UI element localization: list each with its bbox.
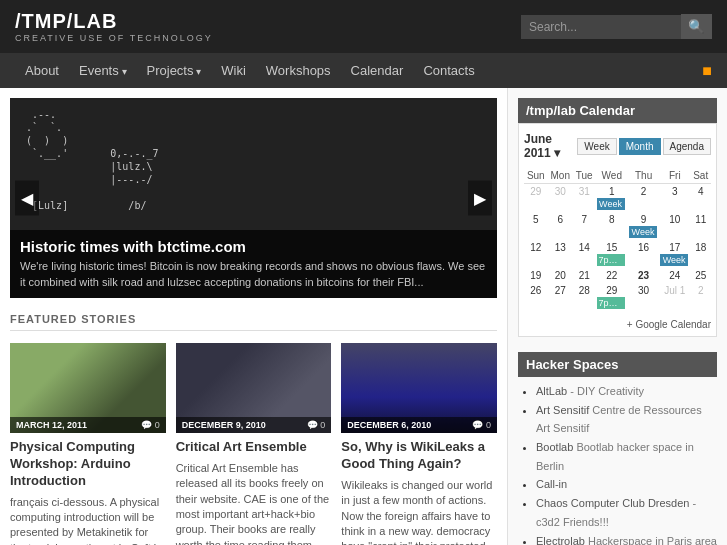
cal-cell[interactable]: 2 — [690, 283, 711, 311]
hacker-spaces-title: Hacker Spaces — [518, 352, 717, 377]
main-content: .--. .` `. ( ) ) `.__.' 0,-.-._7 |lulz.\… — [0, 88, 507, 545]
story-thumb-3[interactable]: DECEMBER 6, 2010 💬 0 — [341, 343, 497, 433]
slide-text: We're living historic times! Bitcoin is … — [20, 259, 487, 290]
cal-cell[interactable]: 5 — [524, 212, 548, 240]
story-thumb-2[interactable]: DECEMBER 9, 2010 💬 0 — [176, 343, 332, 433]
cal-cell[interactable]: 13 — [548, 240, 573, 268]
calendar-month[interactable]: June 2011 ▾ — [524, 132, 577, 160]
story-title-1[interactable]: Physical Computing Workshop: Arduino Int… — [10, 439, 166, 490]
nav-events[interactable]: Events — [69, 53, 137, 88]
hacker-item: Chaos Computer Club Dresden - c3d2 Frien… — [536, 494, 717, 531]
cal-cell[interactable]: 297pm F — [596, 283, 628, 311]
story-comments-3: 💬 0 — [472, 420, 491, 430]
story-title-2[interactable]: Critical Art Ensemble — [176, 439, 332, 456]
cal-tab-agenda[interactable]: Agenda — [663, 138, 711, 155]
sidebar: /tmp/lab Calendar June 2011 ▾ Week Month… — [507, 88, 727, 545]
cal-cell[interactable]: 31 — [573, 184, 596, 213]
cal-cell[interactable]: 30 — [628, 283, 659, 311]
cal-cell[interactable]: 3 — [659, 184, 690, 213]
cal-sun: Sun — [524, 168, 548, 184]
cal-cell[interactable]: 11 — [690, 212, 711, 240]
story-date-1: MARCH 12, 2011 — [16, 420, 87, 430]
cal-cell[interactable]: 16 — [628, 240, 659, 268]
cal-cell[interactable]: 24 — [659, 268, 690, 283]
cal-cell[interactable]: 29 — [524, 184, 548, 213]
rss-icon[interactable]: ■ — [702, 62, 712, 80]
cal-tab-week[interactable]: Week — [577, 138, 616, 155]
nav-calendar[interactable]: Calendar — [341, 53, 414, 88]
cal-cell[interactable]: 8 — [596, 212, 628, 240]
story-thumb-1[interactable]: MARCH 12, 2011 💬 0 — [10, 343, 166, 433]
cal-thu: Thu — [628, 168, 659, 184]
cal-cell[interactable]: 30 — [548, 184, 573, 213]
site-title: /TMP/LAB — [15, 10, 213, 33]
slide-title: Historic times with btctime.com — [20, 238, 487, 255]
hacker-link[interactable]: Chaos Computer Club Dresden — [536, 497, 689, 509]
cal-cell[interactable]: 17Week — [659, 240, 690, 268]
cal-cell[interactable]: 2 — [628, 184, 659, 213]
slideshow-next-button[interactable]: ▶ — [468, 181, 492, 216]
hacker-link[interactable]: Art Sensitif — [536, 404, 589, 416]
cal-cell[interactable]: 12 — [524, 240, 548, 268]
featured-label: FEATURED STORIES — [10, 313, 497, 331]
navigation: About Events Projects Wiki Workshops Cal… — [0, 53, 727, 88]
nav-about[interactable]: About — [15, 53, 69, 88]
nav-projects[interactable]: Projects — [137, 53, 212, 88]
story-title-3[interactable]: So, Why is WikiLeaks a Good Thing Again? — [341, 439, 497, 473]
story-card-1: MARCH 12, 2011 💬 0 Physical Computing Wo… — [10, 343, 166, 545]
cal-cell[interactable]: 22 — [596, 268, 628, 283]
cal-cell[interactable]: 4 — [690, 184, 711, 213]
cal-cell[interactable]: 28 — [573, 283, 596, 311]
cal-cell[interactable]: 18 — [690, 240, 711, 268]
cal-week-5: 26 27 28 297pm F 30 Jul 1 2 — [524, 283, 711, 311]
cal-tab-month[interactable]: Month — [619, 138, 661, 155]
hacker-link[interactable]: Electrolab — [536, 535, 585, 546]
calendar-body: 29 30 31 1Week 2 3 4 5 6 7 8 — [524, 184, 711, 312]
hacker-link[interactable]: Bootlab — [536, 441, 573, 453]
cal-cell[interactable]: 9Week — [628, 212, 659, 240]
story-overlay-3: DECEMBER 6, 2010 💬 0 — [341, 417, 497, 433]
cal-cell-today[interactable]: 23 — [628, 268, 659, 283]
cal-cell[interactable]: 25 — [690, 268, 711, 283]
nav-contacts[interactable]: Contacts — [413, 53, 484, 88]
cal-cell[interactable]: 27 — [548, 283, 573, 311]
site-header: /TMP/LAB CREATIVE USE OF TECHNOLOGY 🔍 — [0, 0, 727, 53]
cal-mon: Mon — [548, 168, 573, 184]
story-card-3: DECEMBER 6, 2010 💬 0 So, Why is WikiLeak… — [341, 343, 497, 545]
cal-cell[interactable]: 1Week — [596, 184, 628, 213]
hacker-item: AltLab - DIY Creativity — [536, 382, 717, 401]
cal-week-4: 19 20 21 22 23 24 25 — [524, 268, 711, 283]
cal-tue: Tue — [573, 168, 596, 184]
cal-cell[interactable]: 7 — [573, 212, 596, 240]
hacker-item: Electrolab Hackerspace in Paris area (Na… — [536, 532, 717, 546]
cal-cell[interactable]: 21 — [573, 268, 596, 283]
cal-cell[interactable]: 26 — [524, 283, 548, 311]
google-calendar-link[interactable]: + Google Calendar — [627, 319, 711, 330]
story-excerpt-1: français ci-dessous. A physical computin… — [10, 495, 166, 545]
search-button[interactable]: 🔍 — [681, 14, 712, 39]
calendar-title: /tmp/lab Calendar — [518, 98, 717, 123]
story-excerpt-3: Wikileaks is changed our world in just a… — [341, 478, 497, 545]
slideshow-prev-button[interactable]: ◀ — [15, 181, 39, 216]
nav-workshops[interactable]: Workshops — [256, 53, 341, 88]
cal-cell[interactable]: 19 — [524, 268, 548, 283]
story-comments-1: 💬 0 — [141, 420, 160, 430]
cal-cell[interactable]: 6 — [548, 212, 573, 240]
cal-cell[interactable]: 14 — [573, 240, 596, 268]
story-overlay-2: DECEMBER 9, 2010 💬 0 — [176, 417, 332, 433]
cal-fri: Fri — [659, 168, 690, 184]
slide-ascii: .--. .` `. ( ) ) `.__.' 0,-.-._7 |lulz.\… — [10, 98, 497, 222]
nav-wiki[interactable]: Wiki — [211, 53, 256, 88]
cal-cell[interactable]: 157pm F — [596, 240, 628, 268]
cal-cell[interactable]: 20 — [548, 268, 573, 283]
hacker-link[interactable]: Call-in — [536, 478, 567, 490]
search-input[interactable] — [521, 15, 681, 39]
hacker-link[interactable]: AltLab — [536, 385, 567, 397]
site-branding: /TMP/LAB CREATIVE USE OF TECHNOLOGY — [15, 10, 213, 43]
cal-cell[interactable]: 10 — [659, 212, 690, 240]
cal-wed: Wed — [596, 168, 628, 184]
hacker-spaces-list: AltLab - DIY Creativity Art Sensitif Cen… — [518, 382, 717, 545]
hacker-item: Call-in — [536, 475, 717, 494]
cal-cell[interactable]: Jul 1 — [659, 283, 690, 311]
story-comments-2: 💬 0 — [307, 420, 326, 430]
